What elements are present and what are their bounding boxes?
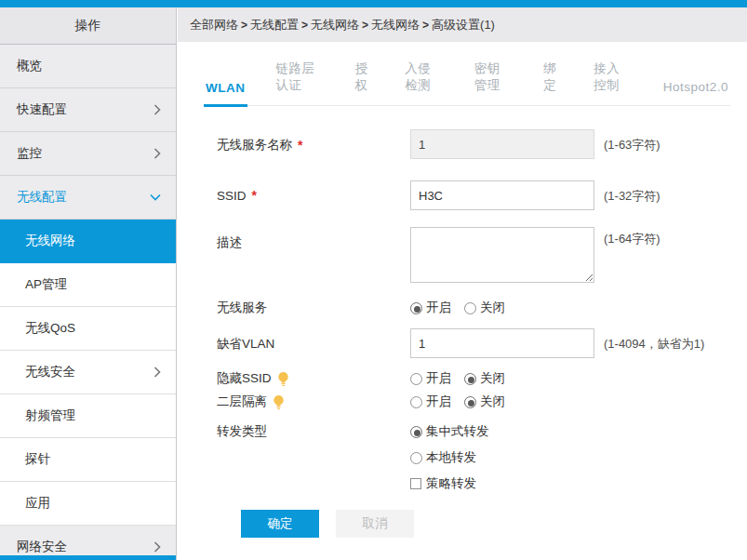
radio-checked-icon: [410, 302, 422, 314]
breadcrumb-separator: >: [362, 19, 368, 32]
label-text: 无线服务名称: [217, 137, 292, 153]
ssid-field[interactable]: [410, 180, 594, 210]
sidebar-item-wireless-qos[interactable]: 无线QoS: [0, 307, 176, 351]
required-asterisk: *: [252, 188, 257, 203]
breadcrumb-item[interactable]: 高级设置(1): [432, 17, 495, 33]
sidebar: 操作 概览 快速配置 监控 无线配置 无线网络 AP管理 无线QoS 无线安全 …: [0, 7, 177, 560]
form-row-ssid: SSID * (1-32字符): [217, 180, 747, 210]
sidebar-item-rf-management[interactable]: 射频管理: [0, 394, 176, 438]
tab-key-management[interactable]: 密钥管理: [473, 60, 515, 105]
label-text: 缺省VLAN: [217, 336, 274, 353]
radio-checked-icon: [410, 426, 422, 438]
form-row-service-name: 无线服务名称 * (1-63字符): [217, 129, 747, 159]
content-area: 全部网络 > 无线配置 > 无线网络 > 无线网络 > 高级设置(1) WLAN…: [178, 7, 747, 560]
forward-type-options: 集中式转发 本地转发 策略转发: [410, 419, 489, 497]
sidebar-item-wireless-config[interactable]: 无线配置: [0, 176, 176, 220]
wireless-service-on-option[interactable]: 开启: [410, 300, 451, 316]
sidebar-item-quick-config[interactable]: 快速配置: [0, 88, 176, 132]
top-accent-bar: [0, 0, 747, 7]
description-field[interactable]: [410, 227, 594, 283]
tab-intrusion-detection[interactable]: 入侵检测: [403, 60, 446, 105]
tab-link-layer-auth[interactable]: 链路层认证: [274, 60, 327, 105]
sidebar-item-overview[interactable]: 概览: [0, 45, 176, 88]
form-row-default-vlan: 缺省VLAN (1-4094，缺省为1): [217, 328, 747, 358]
wireless-service-label: 无线服务: [217, 300, 410, 316]
default-vlan-label: 缺省VLAN: [217, 328, 410, 353]
sidebar-item-label: 射频管理: [25, 408, 75, 422]
sidebar-item-probe[interactable]: 探针: [0, 438, 176, 482]
label-text: 描述: [217, 234, 242, 251]
wireless-service-off-option[interactable]: 关闭: [464, 300, 505, 316]
sidebar-item-label: 网络安全: [17, 540, 67, 553]
hidden-ssid-options: 开启 关闭: [410, 370, 505, 387]
form-actions: 确定 取消: [217, 497, 747, 538]
chevron-right-icon: [153, 351, 161, 393]
option-label: 关闭: [480, 393, 505, 410]
sidebar-item-ap-management[interactable]: AP管理: [0, 263, 176, 307]
l2-isolation-off-option[interactable]: 关闭: [464, 393, 505, 410]
label-text: SSID: [217, 189, 247, 203]
hidden-ssid-on-option[interactable]: 开启: [410, 370, 451, 387]
radio-unchecked-icon: [410, 396, 422, 408]
sidebar-item-application[interactable]: 应用: [0, 482, 176, 526]
sidebar-item-label: 应用: [25, 496, 50, 510]
sidebar-item-label: 快速配置: [17, 102, 67, 116]
option-label: 集中式转发: [426, 419, 489, 445]
option-label: 关闭: [480, 300, 505, 316]
breadcrumb: 全部网络 > 无线配置 > 无线网络 > 无线网络 > 高级设置(1): [178, 7, 747, 42]
radio-checked-icon: [464, 373, 476, 385]
ssid-label: SSID *: [217, 180, 410, 203]
service-name-hint: (1-63字符): [604, 129, 660, 153]
required-asterisk: *: [298, 138, 302, 153]
breadcrumb-item[interactable]: 全部网络: [190, 17, 238, 33]
breadcrumb-separator: >: [301, 19, 308, 32]
tab-binding[interactable]: 绑定: [541, 60, 565, 105]
breadcrumb-item[interactable]: 无线配置: [250, 17, 299, 33]
option-label: 开启: [426, 393, 451, 410]
tab-authorization[interactable]: 授权: [353, 60, 376, 105]
form-row-wireless-service: 无线服务 开启 关闭: [217, 300, 747, 316]
radio-unchecked-icon: [410, 452, 422, 464]
chevron-right-icon: [153, 88, 161, 131]
checkbox-unchecked-icon: [410, 478, 421, 489]
l2-isolation-options: 开启 关闭: [410, 393, 505, 410]
form-row-hidden-ssid: 隐藏SSID 开启 关闭: [217, 370, 747, 387]
breadcrumb-item[interactable]: 无线网络: [311, 17, 359, 33]
hidden-ssid-off-option[interactable]: 关闭: [464, 370, 505, 387]
l2-isolation-on-option[interactable]: 开启: [410, 393, 451, 410]
service-name-field: [410, 129, 594, 159]
sidebar-item-label: 监控: [17, 146, 42, 160]
hidden-ssid-label: 隐藏SSID: [217, 370, 410, 387]
wireless-service-options: 开启 关闭: [410, 300, 505, 316]
label-text: 转发类型: [217, 423, 267, 440]
option-label: 本地转发: [426, 445, 476, 471]
option-label: 开启: [426, 370, 451, 387]
form-row-description: 描述 (1-64字符): [217, 227, 747, 283]
option-label: 策略转发: [426, 471, 476, 497]
sidebar-item-wireless-security[interactable]: 无线安全: [0, 351, 176, 394]
label-text: 无线服务: [217, 300, 267, 316]
description-label: 描述: [217, 227, 410, 251]
tab-wlan[interactable]: WLAN: [204, 81, 247, 107]
default-vlan-field[interactable]: [410, 328, 594, 358]
tab-access-control[interactable]: 接入控制: [592, 60, 634, 105]
sidebar-item-wireless-network[interactable]: 无线网络: [0, 220, 176, 263]
forward-policy-option[interactable]: 策略转发: [410, 471, 476, 497]
default-vlan-hint: (1-4094，缺省为1): [604, 328, 704, 353]
description-hint: (1-64字符): [604, 227, 660, 247]
sidebar-item-label: 概览: [17, 59, 42, 73]
forward-local-option[interactable]: 本地转发: [410, 445, 476, 471]
breadcrumb-item[interactable]: 无线网络: [371, 17, 420, 33]
sidebar-item-label: 无线安全: [25, 365, 75, 379]
ssid-hint: (1-32字符): [604, 180, 660, 205]
forward-centralized-option[interactable]: 集中式转发: [410, 419, 489, 445]
cancel-button[interactable]: 取消: [336, 510, 414, 538]
ok-button[interactable]: 确定: [241, 510, 319, 538]
l2-isolation-label: 二层隔离: [217, 393, 410, 410]
forward-type-label: 转发类型: [217, 419, 410, 440]
sidebar-item-label: AP管理: [25, 277, 67, 291]
tab-hotspot2[interactable]: Hotspot2.0: [661, 80, 730, 105]
sidebar-item-monitor[interactable]: 监控: [0, 132, 176, 176]
chevron-right-icon: [153, 132, 161, 175]
label-text: 隐藏SSID: [217, 370, 272, 387]
